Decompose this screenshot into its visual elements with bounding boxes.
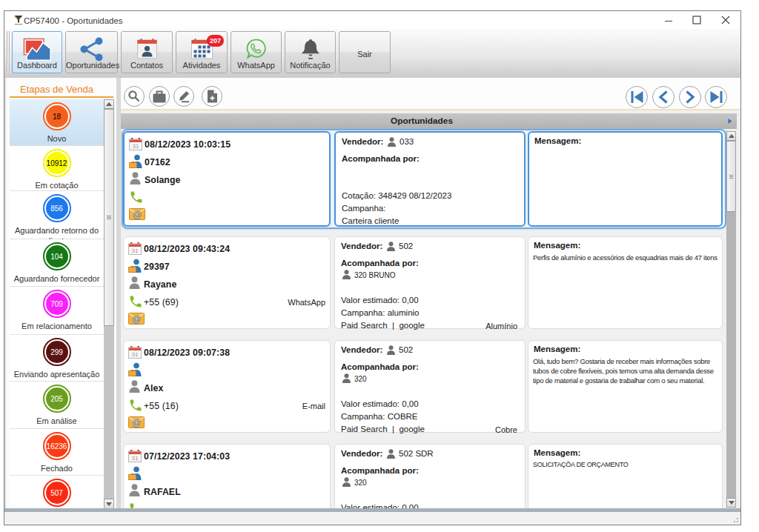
svg-text:31: 31 xyxy=(133,143,139,150)
svg-text:@: @ xyxy=(132,418,142,428)
svg-text:@: @ xyxy=(132,314,142,325)
svg-text:@: @ xyxy=(133,210,142,220)
svg-text:31: 31 xyxy=(132,455,139,462)
svg-text:31: 31 xyxy=(132,351,139,358)
svg-text:31: 31 xyxy=(132,247,139,254)
